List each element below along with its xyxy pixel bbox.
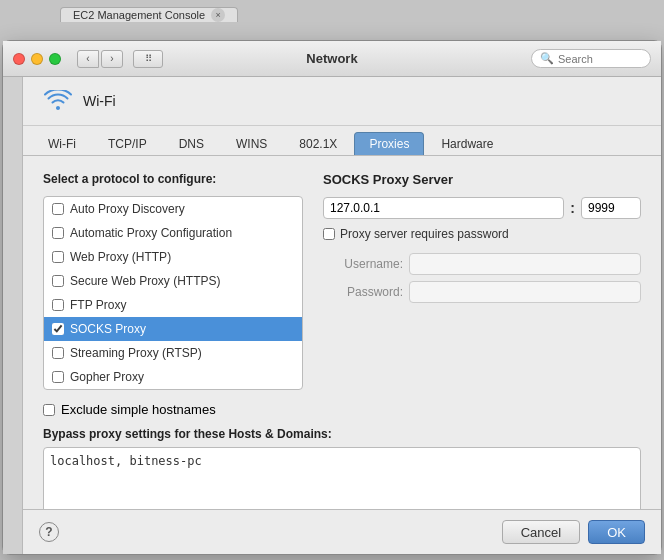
tab-8021x[interactable]: 802.1X — [284, 132, 352, 155]
wifi-icon — [43, 89, 73, 113]
colon-separator: : — [570, 200, 575, 216]
bypass-section: Bypass proxy settings for these Hosts & … — [43, 427, 641, 509]
tab-hardware[interactable]: Hardware — [426, 132, 508, 155]
proxy-port-input[interactable] — [581, 197, 641, 219]
action-buttons: Cancel OK — [502, 520, 645, 544]
search-icon: 🔍 — [540, 52, 554, 65]
browser-tab[interactable]: EC2 Management Console × — [60, 7, 238, 22]
auto-proxy-label: Auto Proxy Discovery — [70, 202, 185, 216]
traffic-lights — [13, 53, 61, 65]
grid-icon: ⠿ — [145, 53, 152, 64]
username-row: Username: — [323, 253, 641, 275]
streaming-proxy-label: Streaming Proxy (RTSP) — [70, 346, 202, 360]
panel-content: Select a protocol to configure: Auto Pro… — [23, 156, 661, 509]
password-row: Password: — [323, 281, 641, 303]
secure-web-proxy-checkbox[interactable] — [52, 275, 64, 287]
web-proxy-checkbox[interactable] — [52, 251, 64, 263]
gopher-proxy-checkbox[interactable] — [52, 371, 64, 383]
search-input[interactable] — [558, 53, 648, 65]
streaming-proxy-checkbox[interactable] — [52, 347, 64, 359]
grid-button[interactable]: ⠿ — [133, 50, 163, 68]
protocol-item-auto-proxy-config[interactable]: Automatic Proxy Configuration — [44, 221, 302, 245]
outer-window: EC2 Management Console × ‹ › ⠿ Network 🔍 — [0, 0, 664, 560]
username-input[interactable] — [409, 253, 641, 275]
protocol-list: Auto Proxy Discovery Automatic Proxy Con… — [43, 196, 303, 390]
socks-title: SOCKS Proxy Server — [323, 172, 641, 187]
exclude-label: Exclude simple hostnames — [61, 402, 216, 417]
bottom-bar: ? Cancel OK — [23, 509, 661, 554]
socks-proxy-checkbox[interactable] — [52, 323, 64, 335]
tabs-bar: Wi-Fi TCP/IP DNS WINS 802.1X Proxies Har… — [23, 126, 661, 156]
window-title: Network — [306, 51, 357, 66]
tab-tcpip[interactable]: TCP/IP — [93, 132, 162, 155]
ftp-proxy-label: FTP Proxy — [70, 298, 126, 312]
titlebar: ‹ › ⠿ Network 🔍 — [3, 41, 661, 77]
back-button[interactable]: ‹ — [77, 50, 99, 68]
sidebar — [3, 77, 23, 554]
minimize-button[interactable] — [31, 53, 43, 65]
proxy-server-row: : — [323, 197, 641, 219]
dialog-window: ‹ › ⠿ Network 🔍 — [2, 40, 662, 555]
auto-proxy-config-label: Automatic Proxy Configuration — [70, 226, 232, 240]
socks-proxy-label: SOCKS Proxy — [70, 322, 146, 336]
tab-dns[interactable]: DNS — [164, 132, 219, 155]
protocol-item-web-proxy[interactable]: Web Proxy (HTTP) — [44, 245, 302, 269]
web-proxy-label: Web Proxy (HTTP) — [70, 250, 171, 264]
ftp-proxy-checkbox[interactable] — [52, 299, 64, 311]
exclude-hostnames-checkbox[interactable] — [43, 404, 55, 416]
requires-password-checkbox[interactable] — [323, 228, 335, 240]
auto-proxy-checkbox[interactable] — [52, 203, 64, 215]
help-button[interactable]: ? — [39, 522, 59, 542]
protocol-item-secure-web-proxy[interactable]: Secure Web Proxy (HTTPS) — [44, 269, 302, 293]
browser-tab-label: EC2 Management Console — [73, 9, 205, 21]
protocol-item-streaming-proxy[interactable]: Streaming Proxy (RTSP) — [44, 341, 302, 365]
secure-web-proxy-label: Secure Web Proxy (HTTPS) — [70, 274, 220, 288]
content-area: Wi-Fi Wi-Fi TCP/IP DNS WINS 802.1X Proxi… — [3, 77, 661, 554]
nav-controls: ‹ › ⠿ — [77, 50, 163, 68]
gopher-proxy-label: Gopher Proxy — [70, 370, 144, 384]
protocol-section-label: Select a protocol to configure: — [43, 172, 303, 186]
wifi-header: Wi-Fi — [23, 77, 661, 126]
password-check-row: Proxy server requires password — [323, 227, 641, 241]
auto-proxy-config-checkbox[interactable] — [52, 227, 64, 239]
password-input[interactable] — [409, 281, 641, 303]
protocol-item-ftp-proxy[interactable]: FTP Proxy — [44, 293, 302, 317]
protocol-item-auto-proxy[interactable]: Auto Proxy Discovery — [44, 197, 302, 221]
password-check-label: Proxy server requires password — [340, 227, 509, 241]
forward-button[interactable]: › — [101, 50, 123, 68]
proxy-ip-input[interactable] — [323, 197, 564, 219]
maximize-button[interactable] — [49, 53, 61, 65]
protocol-item-gopher-proxy[interactable]: Gopher Proxy — [44, 365, 302, 389]
exclude-row: Exclude simple hostnames — [43, 402, 641, 417]
right-column: SOCKS Proxy Server : Proxy server requir… — [323, 172, 641, 390]
bypass-textarea[interactable]: localhost, bitness-pc — [43, 447, 641, 509]
two-column-layout: Select a protocol to configure: Auto Pro… — [43, 172, 641, 390]
search-box[interactable]: 🔍 — [531, 49, 651, 68]
username-label: Username: — [323, 257, 403, 271]
bypass-label: Bypass proxy settings for these Hosts & … — [43, 427, 641, 441]
left-column: Select a protocol to configure: Auto Pro… — [43, 172, 303, 390]
protocol-item-socks-proxy[interactable]: SOCKS Proxy — [44, 317, 302, 341]
tab-wifi[interactable]: Wi-Fi — [33, 132, 91, 155]
browser-chrome: EC2 Management Console × — [0, 0, 664, 22]
wifi-label: Wi-Fi — [83, 93, 116, 109]
password-field-label: Password: — [323, 285, 403, 299]
cancel-button[interactable]: Cancel — [502, 520, 580, 544]
tab-proxies[interactable]: Proxies — [354, 132, 424, 155]
ok-button[interactable]: OK — [588, 520, 645, 544]
main-panel: Wi-Fi Wi-Fi TCP/IP DNS WINS 802.1X Proxi… — [23, 77, 661, 554]
tab-close-button[interactable]: × — [211, 8, 225, 22]
tab-wins[interactable]: WINS — [221, 132, 282, 155]
close-button[interactable] — [13, 53, 25, 65]
